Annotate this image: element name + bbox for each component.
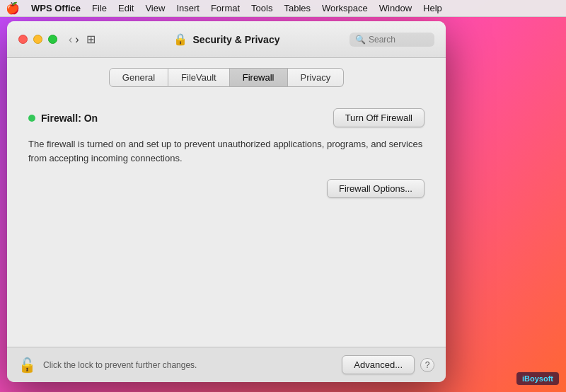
search-input[interactable]: [369, 35, 432, 45]
forward-arrow[interactable]: ›: [75, 33, 79, 46]
firewall-status-left: Firewall: On: [28, 113, 98, 124]
grid-icon[interactable]: ⊞: [86, 33, 96, 46]
advanced-button[interactable]: Advanced...: [342, 355, 415, 374]
minimize-button[interactable]: [33, 35, 42, 44]
menu-format[interactable]: Format: [211, 3, 240, 13]
back-arrow[interactable]: ‹: [69, 33, 72, 46]
menu-help[interactable]: Help: [423, 3, 442, 13]
lock-text: Click the lock to prevent further change…: [43, 360, 197, 370]
firewall-status-indicator: [28, 115, 35, 122]
apple-menu[interactable]: 🍎: [6, 1, 20, 15]
firewall-status-label: Firewall: On: [41, 113, 98, 124]
search-icon: 🔍: [355, 35, 366, 45]
lock-area[interactable]: 🔓 Click the lock to prevent further chan…: [18, 357, 197, 374]
bottom-right: Advanced... ?: [342, 355, 434, 374]
menu-tools[interactable]: Tools: [251, 3, 272, 13]
menu-file[interactable]: File: [92, 3, 107, 13]
title-bar: ‹ › ⊞ 🔒 Security & Privacy 🔍: [7, 21, 446, 58]
menu-edit[interactable]: Edit: [118, 3, 134, 13]
turn-off-firewall-button[interactable]: Turn Off Firewall: [333, 108, 424, 127]
window-title: Security & Privacy: [193, 34, 280, 45]
lock-title-icon: 🔒: [173, 33, 187, 46]
help-button[interactable]: ?: [420, 358, 434, 372]
firewall-options-row: Firewall Options...: [28, 179, 424, 198]
maximize-button[interactable]: [48, 35, 57, 44]
menu-tables[interactable]: Tables: [284, 3, 311, 13]
menu-view[interactable]: View: [145, 3, 165, 13]
search-box[interactable]: 🔍: [350, 33, 434, 47]
menu-window[interactable]: Window: [379, 3, 412, 13]
lock-icon: 🔓: [18, 357, 36, 374]
nav-arrows: ‹ ›: [69, 33, 79, 46]
tabs-bar: General FileVault Firewall Privacy: [7, 58, 446, 94]
tab-privacy[interactable]: Privacy: [288, 68, 345, 87]
tab-firewall[interactable]: Firewall: [230, 68, 288, 87]
menu-wps-office[interactable]: WPS Office: [31, 3, 81, 13]
firewall-description: The firewall is turned on and set up to …: [28, 137, 424, 165]
security-privacy-window: ‹ › ⊞ 🔒 Security & Privacy 🔍 General Fil…: [7, 21, 446, 382]
content-area: Firewall: On Turn Off Firewall The firew…: [7, 94, 446, 347]
menu-insert[interactable]: Insert: [176, 3, 200, 13]
tab-filevault[interactable]: FileVault: [168, 68, 230, 87]
firewall-status-row: Firewall: On Turn Off Firewall: [28, 108, 424, 127]
menu-bar: 🍎 WPS Office File Edit View Insert Forma…: [0, 0, 566, 17]
menu-workspace[interactable]: Workspace: [322, 3, 368, 13]
watermark: iBoysoft: [516, 372, 559, 385]
window-title-area: 🔒 Security & Privacy: [173, 33, 280, 46]
firewall-options-button[interactable]: Firewall Options...: [327, 179, 424, 198]
tab-general[interactable]: General: [109, 68, 168, 87]
bottom-bar: 🔓 Click the lock to prevent further chan…: [7, 347, 446, 382]
close-button[interactable]: [18, 35, 28, 44]
brand-name: iBoysoft: [522, 374, 553, 383]
traffic-lights: [18, 35, 57, 44]
